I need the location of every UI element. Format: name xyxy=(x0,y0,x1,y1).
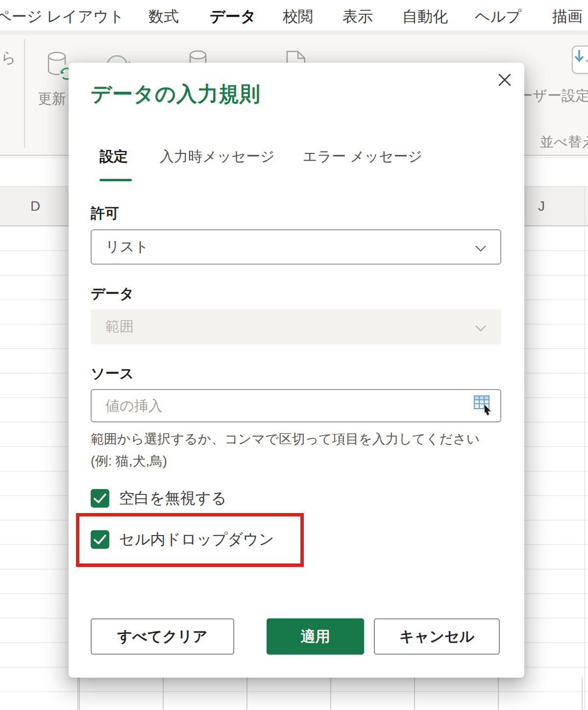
ribbon-tab-automate[interactable]: 自動化 xyxy=(402,6,448,27)
tab-input-message[interactable]: 入力時メッセージ xyxy=(160,147,275,181)
data-select: 範囲 xyxy=(91,309,501,344)
range-selector-grid-icon xyxy=(472,410,494,417)
excel-window: ページ レイアウト 数式 データ 校閲 表示 自動化 ヘルプ 描画 ら 更新 xyxy=(0,0,588,710)
source-label: ソース xyxy=(91,364,134,384)
checkbox-checked-icon xyxy=(91,489,109,508)
column-gridline xyxy=(585,186,585,710)
column-gridlines-bottom xyxy=(0,678,588,710)
tab-error-message[interactable]: エラー メッセージ xyxy=(303,147,422,181)
tab-settings[interactable]: 設定 xyxy=(99,147,132,181)
dialog-title: データの入力規則 xyxy=(91,80,261,108)
user-settings-group-label: ーザー設定 xyxy=(518,86,588,106)
refresh-group-label: 更新 xyxy=(38,89,66,109)
clear-all-button[interactable]: すべてクリア xyxy=(91,618,234,655)
column-header-j[interactable]: J xyxy=(538,198,545,214)
ribbon-tab-formulas[interactable]: 数式 xyxy=(148,6,179,27)
data-label: データ xyxy=(91,284,134,304)
allow-select[interactable]: リスト xyxy=(91,229,501,265)
ribbon-tab-draw[interactable]: 描画 xyxy=(552,6,583,27)
ribbon-divider-strip xyxy=(0,30,588,35)
close-button[interactable] xyxy=(494,70,515,91)
in-cell-dropdown-checkbox[interactable]: セル内ドロップダウン xyxy=(91,529,274,550)
chevron-down-icon xyxy=(475,319,487,335)
ribbon-tab-help[interactable]: ヘルプ xyxy=(475,6,521,27)
sort-group-label: 並べ替え xyxy=(540,133,588,151)
ribbon-partial-text: ら xyxy=(1,48,16,68)
chevron-down-icon xyxy=(475,239,487,255)
source-input-wrapper xyxy=(91,389,501,422)
checkbox-checked-icon xyxy=(91,530,109,549)
source-help-example: (例: 猫,犬,鳥) xyxy=(91,452,502,470)
source-input[interactable] xyxy=(105,398,472,414)
user-settings-icon[interactable] xyxy=(571,45,588,77)
ignore-blank-label: 空白を無視する xyxy=(119,488,226,509)
ribbon-tab-bar: ページ レイアウト 数式 データ 校閲 表示 自動化 ヘルプ 描画 xyxy=(0,0,588,30)
ribbon-tab-page-layout[interactable]: ページ レイアウト xyxy=(0,6,124,27)
cancel-button[interactable]: キャンセル xyxy=(374,618,500,655)
close-icon xyxy=(496,72,513,90)
in-cell-dropdown-label: セル内ドロップダウン xyxy=(119,529,274,550)
apply-button[interactable]: 適用 xyxy=(267,618,364,655)
ribbon-tab-review[interactable]: 校閲 xyxy=(283,6,313,27)
allow-label: 許可 xyxy=(91,204,119,223)
source-help-text: 範囲から選択するか、コンマで区切って項目を入力してください xyxy=(91,430,502,448)
ribbon-group-divider xyxy=(24,39,25,148)
select-range-button[interactable] xyxy=(472,394,494,417)
ignore-blank-checkbox[interactable]: 空白を無視する xyxy=(91,488,226,509)
data-select-value: 範囲 xyxy=(105,317,134,337)
allow-select-value: リスト xyxy=(105,237,149,257)
column-header-d[interactable]: D xyxy=(30,198,40,214)
ribbon-tab-view[interactable]: 表示 xyxy=(343,6,373,27)
ribbon-tab-data[interactable]: データ xyxy=(210,6,256,34)
dialog-tab-bar: 設定 入力時メッセージ エラー メッセージ xyxy=(99,147,422,181)
data-validation-dialog: データの入力規則 設定 入力時メッセージ エラー メッセージ 許可 リスト デー… xyxy=(69,63,524,678)
